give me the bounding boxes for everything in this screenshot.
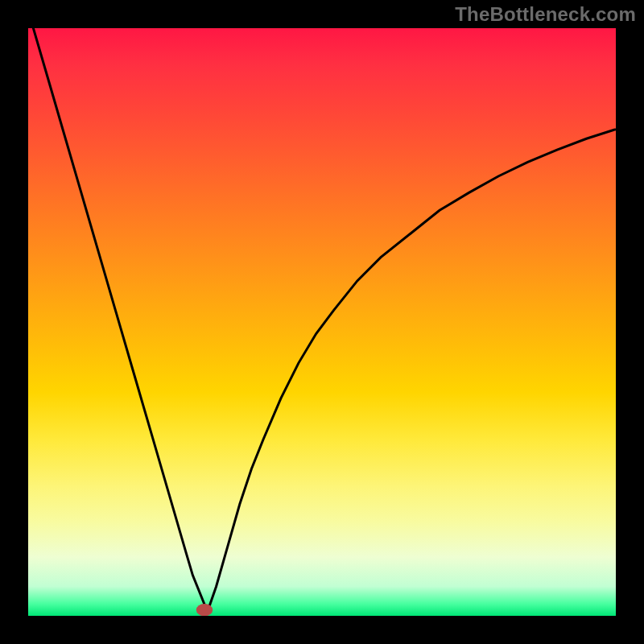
chart-stage: TheBottleneck.com [0, 0, 644, 644]
bottleneck-curve [28, 28, 616, 612]
watermark-text: TheBottleneck.com [455, 3, 636, 26]
marker-dot [196, 604, 213, 616]
plot-area [28, 28, 616, 616]
curve-layer [28, 28, 616, 616]
